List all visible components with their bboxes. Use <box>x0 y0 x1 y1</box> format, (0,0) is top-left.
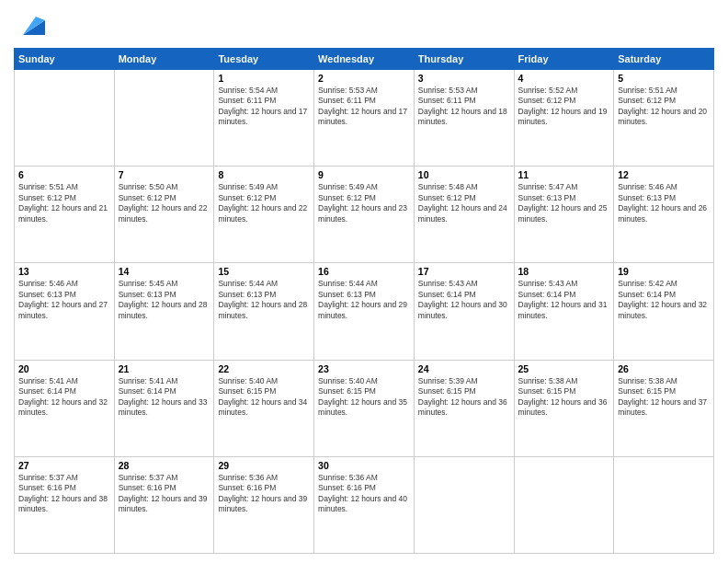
day-info: Sunrise: 5:38 AM Sunset: 6:15 PM Dayligh… <box>618 376 710 419</box>
calendar-cell: 11Sunrise: 5:47 AM Sunset: 6:13 PM Dayli… <box>514 167 614 263</box>
day-number: 17 <box>418 266 510 277</box>
day-info: Sunrise: 5:51 AM Sunset: 6:12 PM Dayligh… <box>618 86 710 128</box>
day-number: 1 <box>218 73 310 84</box>
day-number: 22 <box>218 363 310 374</box>
day-number: 15 <box>218 266 310 277</box>
day-number: 18 <box>518 266 610 277</box>
day-number: 19 <box>618 266 710 277</box>
day-number: 6 <box>18 169 110 180</box>
calendar-cell: 17Sunrise: 5:43 AM Sunset: 6:14 PM Dayli… <box>414 263 514 360</box>
day-number: 12 <box>618 169 710 180</box>
day-info: Sunrise: 5:37 AM Sunset: 6:16 PM Dayligh… <box>119 473 210 515</box>
calendar-cell: 25Sunrise: 5:38 AM Sunset: 6:15 PM Dayli… <box>514 360 614 456</box>
header-monday: Monday <box>114 49 214 70</box>
calendar-cell: 8Sunrise: 5:49 AM Sunset: 6:12 PM Daylig… <box>214 167 314 263</box>
calendar-cell: 19Sunrise: 5:42 AM Sunset: 6:14 PM Dayli… <box>614 263 714 360</box>
day-number: 9 <box>318 169 410 180</box>
calendar-cell: 2Sunrise: 5:53 AM Sunset: 6:11 PM Daylig… <box>314 70 415 167</box>
day-number: 3 <box>418 73 510 84</box>
day-info: Sunrise: 5:39 AM Sunset: 6:15 PM Dayligh… <box>418 376 510 419</box>
day-number: 25 <box>518 363 610 374</box>
calendar-cell <box>414 456 514 553</box>
day-info: Sunrise: 5:53 AM Sunset: 6:11 PM Dayligh… <box>318 86 410 128</box>
calendar-cell <box>114 70 214 167</box>
calendar-cell: 30Sunrise: 5:36 AM Sunset: 6:16 PM Dayli… <box>314 456 415 553</box>
day-number: 30 <box>318 460 410 471</box>
calendar-cell: 24Sunrise: 5:39 AM Sunset: 6:15 PM Dayli… <box>414 360 514 456</box>
day-number: 24 <box>418 363 510 374</box>
day-number: 11 <box>518 169 610 180</box>
day-info: Sunrise: 5:49 AM Sunset: 6:12 PM Dayligh… <box>218 182 310 224</box>
calendar-cell: 10Sunrise: 5:48 AM Sunset: 6:12 PM Dayli… <box>414 167 514 263</box>
calendar-cell: 15Sunrise: 5:44 AM Sunset: 6:13 PM Dayli… <box>214 263 314 360</box>
calendar-cell: 3Sunrise: 5:53 AM Sunset: 6:11 PM Daylig… <box>414 70 514 167</box>
calendar-cell: 20Sunrise: 5:41 AM Sunset: 6:14 PM Dayli… <box>15 360 115 456</box>
calendar-cell: 27Sunrise: 5:37 AM Sunset: 6:16 PM Dayli… <box>15 456 115 553</box>
day-info: Sunrise: 5:43 AM Sunset: 6:14 PM Dayligh… <box>518 279 610 321</box>
calendar-cell: 21Sunrise: 5:41 AM Sunset: 6:14 PM Dayli… <box>114 360 214 456</box>
day-number: 26 <box>618 363 710 374</box>
calendar-cell: 12Sunrise: 5:46 AM Sunset: 6:13 PM Dayli… <box>614 167 714 263</box>
calendar-cell: 16Sunrise: 5:44 AM Sunset: 6:13 PM Dayli… <box>314 263 415 360</box>
day-number: 23 <box>318 363 410 374</box>
day-number: 7 <box>119 169 210 180</box>
day-info: Sunrise: 5:36 AM Sunset: 6:16 PM Dayligh… <box>218 473 310 515</box>
calendar-cell: 5Sunrise: 5:51 AM Sunset: 6:12 PM Daylig… <box>614 70 714 167</box>
header-sunday: Sunday <box>15 49 115 70</box>
day-info: Sunrise: 5:41 AM Sunset: 6:14 PM Dayligh… <box>119 376 210 419</box>
header-wednesday: Wednesday <box>314 49 415 70</box>
day-number: 8 <box>218 169 310 180</box>
day-info: Sunrise: 5:44 AM Sunset: 6:13 PM Dayligh… <box>318 279 410 321</box>
calendar-cell: 29Sunrise: 5:36 AM Sunset: 6:16 PM Dayli… <box>214 456 314 553</box>
calendar-cell: 26Sunrise: 5:38 AM Sunset: 6:15 PM Dayli… <box>614 360 714 456</box>
day-number: 10 <box>418 169 510 180</box>
day-info: Sunrise: 5:54 AM Sunset: 6:11 PM Dayligh… <box>218 86 310 128</box>
day-number: 21 <box>119 363 210 374</box>
day-info: Sunrise: 5:51 AM Sunset: 6:12 PM Dayligh… <box>18 182 110 224</box>
header-tuesday: Tuesday <box>214 49 314 70</box>
day-info: Sunrise: 5:38 AM Sunset: 6:15 PM Dayligh… <box>518 376 610 419</box>
day-info: Sunrise: 5:46 AM Sunset: 6:13 PM Dayligh… <box>618 182 710 224</box>
day-number: 2 <box>318 73 410 84</box>
day-info: Sunrise: 5:50 AM Sunset: 6:12 PM Dayligh… <box>119 182 210 224</box>
calendar-cell: 14Sunrise: 5:45 AM Sunset: 6:13 PM Dayli… <box>114 263 214 360</box>
day-info: Sunrise: 5:46 AM Sunset: 6:13 PM Dayligh… <box>18 279 110 321</box>
calendar-cell: 7Sunrise: 5:50 AM Sunset: 6:12 PM Daylig… <box>114 167 214 263</box>
day-number: 16 <box>318 266 410 277</box>
day-info: Sunrise: 5:40 AM Sunset: 6:15 PM Dayligh… <box>218 376 310 419</box>
day-number: 4 <box>518 73 610 84</box>
calendar-cell: 28Sunrise: 5:37 AM Sunset: 6:16 PM Dayli… <box>114 456 214 553</box>
header-saturday: Saturday <box>614 49 714 70</box>
day-info: Sunrise: 5:49 AM Sunset: 6:12 PM Dayligh… <box>318 182 410 224</box>
calendar-cell <box>614 456 714 553</box>
day-info: Sunrise: 5:43 AM Sunset: 6:14 PM Dayligh… <box>418 279 510 321</box>
day-number: 13 <box>18 266 110 277</box>
day-number: 29 <box>218 460 310 471</box>
day-info: Sunrise: 5:52 AM Sunset: 6:12 PM Dayligh… <box>518 86 610 128</box>
day-number: 28 <box>119 460 210 471</box>
day-info: Sunrise: 5:40 AM Sunset: 6:15 PM Dayligh… <box>318 376 410 419</box>
calendar-cell <box>514 456 614 553</box>
day-info: Sunrise: 5:41 AM Sunset: 6:14 PM Dayligh… <box>18 376 110 419</box>
logo <box>14 13 45 40</box>
header-thursday: Thursday <box>414 49 514 70</box>
calendar-header-row: Sunday Monday Tuesday Wednesday Thursday… <box>15 49 714 70</box>
calendar-cell <box>15 70 115 167</box>
day-info: Sunrise: 5:37 AM Sunset: 6:16 PM Dayligh… <box>18 473 110 515</box>
page: Sunday Monday Tuesday Wednesday Thursday… <box>0 0 728 563</box>
calendar-table: Sunday Monday Tuesday Wednesday Thursday… <box>14 48 714 554</box>
day-number: 27 <box>18 460 110 471</box>
header-friday: Friday <box>514 49 614 70</box>
day-info: Sunrise: 5:42 AM Sunset: 6:14 PM Dayligh… <box>618 279 710 321</box>
day-info: Sunrise: 5:47 AM Sunset: 6:13 PM Dayligh… <box>518 182 610 224</box>
day-info: Sunrise: 5:53 AM Sunset: 6:11 PM Dayligh… <box>418 86 510 128</box>
day-info: Sunrise: 5:48 AM Sunset: 6:12 PM Dayligh… <box>418 182 510 224</box>
logo-icon <box>17 13 45 40</box>
day-info: Sunrise: 5:36 AM Sunset: 6:16 PM Dayligh… <box>318 473 410 515</box>
calendar-cell: 13Sunrise: 5:46 AM Sunset: 6:13 PM Dayli… <box>15 263 115 360</box>
calendar-cell: 18Sunrise: 5:43 AM Sunset: 6:14 PM Dayli… <box>514 263 614 360</box>
day-number: 14 <box>119 266 210 277</box>
day-number: 5 <box>618 73 710 84</box>
calendar-cell: 22Sunrise: 5:40 AM Sunset: 6:15 PM Dayli… <box>214 360 314 456</box>
calendar-cell: 1Sunrise: 5:54 AM Sunset: 6:11 PM Daylig… <box>214 70 314 167</box>
